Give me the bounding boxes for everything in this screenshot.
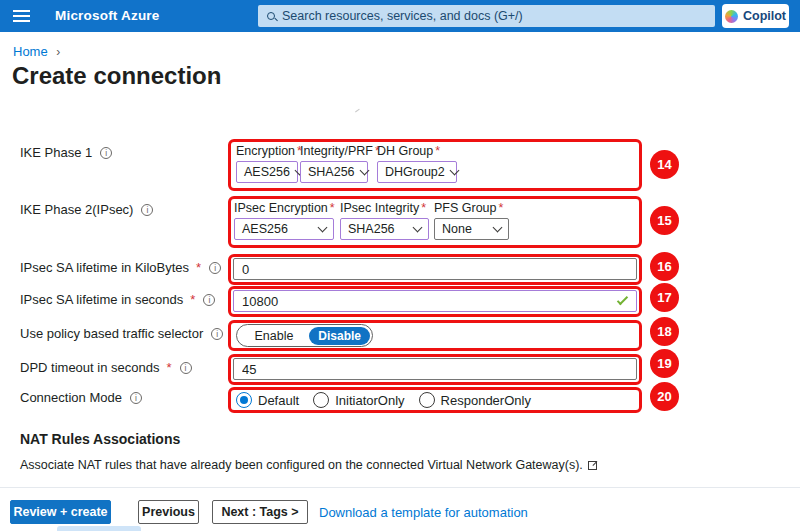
integrity-prf-select[interactable]: SHA256 — [300, 161, 368, 183]
breadcrumb: Home › — [13, 44, 60, 59]
annotation-badge-18: 18 — [650, 317, 679, 346]
search-input[interactable] — [282, 9, 715, 23]
required-marker: * — [499, 201, 504, 215]
info-icon[interactable] — [100, 147, 112, 159]
connection-mode-label: Connection Mode — [20, 390, 142, 405]
required-marker: * — [330, 201, 335, 215]
integrity-prf-field: Integrity/PRF* SHA256 — [300, 144, 380, 183]
page-title: Create connection — [12, 62, 221, 90]
info-icon[interactable] — [211, 328, 223, 340]
azure-top-bar: Microsoft Azure Copilot — [0, 0, 800, 32]
annotation-badge-17: 17 — [650, 283, 679, 312]
pfs-group-select[interactable]: None — [434, 218, 509, 240]
chevron-down-icon — [413, 222, 423, 232]
encryption-label: Encryption* — [236, 144, 302, 158]
info-icon[interactable] — [203, 294, 215, 306]
chevron-down-icon — [318, 222, 328, 232]
radio-initiatoronly-label[interactable]: InitiatorOnly — [335, 393, 404, 408]
review-create-button[interactable]: Review + create — [10, 500, 111, 524]
label-text: DH Group — [377, 144, 433, 158]
toggle-enable-option[interactable]: Enable — [237, 329, 311, 343]
nat-rules-heading: NAT Rules Associations — [20, 431, 180, 447]
annotation-box-18: Enable Disable — [228, 320, 642, 351]
sa-kilobytes-input[interactable] — [233, 258, 637, 280]
label-text: IKE Phase 2(IPsec) — [20, 202, 133, 217]
label-text: IPsec Encryption — [234, 201, 328, 215]
encryption-field: Encryption* AES256 — [236, 144, 302, 183]
global-search[interactable] — [258, 5, 715, 27]
sa-kilobytes-label: IPsec SA lifetime in KiloBytes * — [20, 260, 221, 275]
annotation-box-14: Encryption* AES256 Integrity/PRF* SHA256… — [228, 139, 642, 191]
scroll-artifact — [355, 109, 360, 113]
dpd-timeout-row: DPD timeout in seconds * 19 — [0, 354, 800, 385]
annotation-box-15: IPsec Encryption* AES256 IPsec Integrity… — [228, 196, 642, 248]
nat-rules-description: Associate NAT rules that have already be… — [20, 458, 598, 472]
pfs-group-label: PFS Group* — [434, 201, 509, 215]
azure-logo[interactable]: Microsoft Azure — [55, 8, 160, 23]
previous-button[interactable]: Previous — [138, 500, 199, 524]
select-value: SHA256 — [308, 165, 355, 179]
policy-selector-label: Use policy based traffic selector — [20, 326, 223, 341]
info-icon[interactable] — [141, 204, 153, 216]
hamburger-menu-icon[interactable] — [13, 15, 30, 17]
next-tags-button[interactable]: Next : Tags > — [212, 500, 308, 524]
create-connection-page: Microsoft Azure Copilot Home › Create co… — [0, 0, 800, 531]
radio-default-label[interactable]: Default — [258, 393, 299, 408]
dh-group-select[interactable]: DHGroup2 — [377, 161, 457, 183]
ike-phase2-row: IKE Phase 2(IPsec) IPsec Encryption* AES… — [0, 196, 800, 248]
ike-phase2-label: IKE Phase 2(IPsec) — [20, 202, 153, 217]
breadcrumb-chevron-icon: › — [56, 45, 60, 59]
more-menu-button[interactable]: ··· — [203, 70, 219, 85]
select-value: None — [442, 222, 472, 236]
label-text: Connection Mode — [20, 390, 122, 405]
policy-selector-row: Use policy based traffic selector Enable… — [0, 320, 800, 351]
dpd-timeout-label: DPD timeout in seconds * — [20, 360, 192, 375]
radio-default[interactable] — [236, 392, 252, 408]
sa-seconds-label: IPsec SA lifetime in seconds * — [20, 292, 215, 307]
sa-kilobytes-row: IPsec SA lifetime in KiloBytes * 16 — [0, 254, 800, 285]
ipsec-encryption-field: IPsec Encryption* AES256 — [234, 201, 335, 240]
annotation-badge-20: 20 — [650, 382, 679, 411]
chevron-down-icon — [449, 165, 459, 175]
required-marker: * — [435, 144, 440, 158]
annotation-badge-19: 19 — [650, 349, 679, 378]
label-text: Encryption — [236, 144, 295, 158]
copilot-icon — [725, 10, 738, 23]
external-link-icon[interactable] — [588, 461, 598, 470]
ipsec-encryption-select[interactable]: AES256 — [234, 218, 334, 240]
encryption-select[interactable]: AES256 — [236, 161, 298, 183]
label-text: DPD timeout in seconds — [20, 360, 159, 375]
info-icon[interactable] — [180, 362, 192, 374]
ike-phase1-row: IKE Phase 1 Encryption* AES256 Integrity… — [0, 139, 800, 191]
info-icon[interactable] — [130, 392, 142, 404]
sa-seconds-input[interactable] — [233, 290, 637, 312]
ike-phase1-label: IKE Phase 1 — [20, 145, 112, 160]
pfs-group-field: PFS Group* None — [434, 201, 509, 240]
radio-responderonly-label[interactable]: ResponderOnly — [441, 393, 531, 408]
connection-mode-row: Connection Mode Default InitiatorOnly Re… — [0, 387, 800, 413]
copilot-label: Copilot — [743, 9, 786, 23]
integrity-prf-label: Integrity/PRF* — [300, 144, 380, 158]
label-text: Use policy based traffic selector — [20, 326, 203, 341]
dpd-timeout-input[interactable] — [233, 358, 637, 380]
radio-initiatoronly[interactable] — [313, 392, 329, 408]
policy-selector-toggle[interactable]: Enable Disable — [236, 324, 373, 347]
search-icon — [267, 12, 275, 20]
ipsec-integrity-field: IPsec Integrity* SHA256 — [340, 201, 429, 240]
required-marker: * — [190, 292, 195, 307]
ipsec-encryption-label: IPsec Encryption* — [234, 201, 335, 215]
copilot-button[interactable]: Copilot — [722, 4, 789, 28]
info-icon[interactable] — [209, 262, 221, 274]
select-value: DHGroup2 — [385, 165, 445, 179]
radio-responderonly[interactable] — [419, 392, 435, 408]
download-template-link[interactable]: Download a template for automation — [319, 505, 528, 520]
annotation-box-17 — [228, 286, 642, 317]
annotation-box-20: Default InitiatorOnly ResponderOnly — [228, 387, 642, 413]
ipsec-integrity-select[interactable]: SHA256 — [340, 218, 429, 240]
annotation-box-16 — [228, 254, 642, 285]
label-text: IPsec Integrity — [340, 201, 419, 215]
select-value: SHA256 — [348, 222, 395, 236]
breadcrumb-home-link[interactable]: Home — [13, 44, 48, 59]
description-text: Associate NAT rules that have already be… — [20, 458, 583, 472]
toggle-disable-option[interactable]: Disable — [309, 327, 370, 345]
